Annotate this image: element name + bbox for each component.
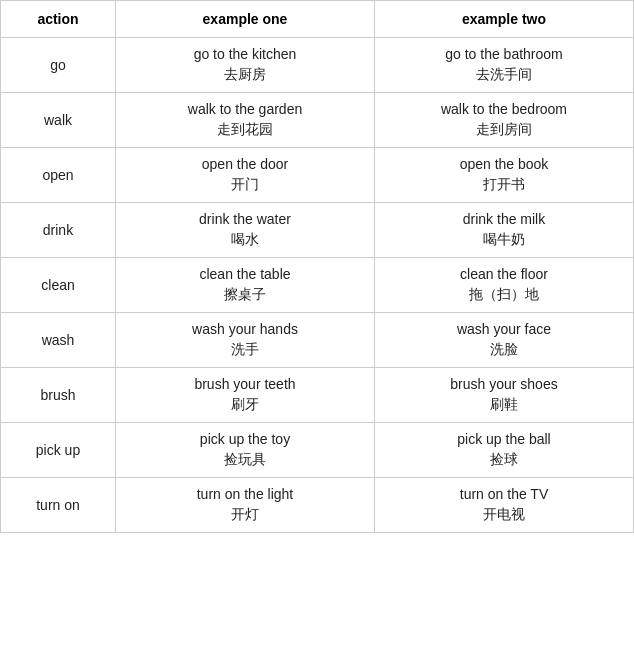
example-two-english: wash your face: [381, 321, 627, 337]
action-cell: turn on: [1, 478, 116, 533]
action-cell: drink: [1, 203, 116, 258]
header-example-one: example one: [116, 1, 375, 38]
example-one-chinese: 开灯: [122, 506, 368, 524]
example-two-chinese: 打开书: [381, 176, 627, 194]
table-row: turn onturn on the light开灯turn on the TV…: [1, 478, 634, 533]
example-one-english: turn on the light: [122, 486, 368, 502]
vocabulary-table: action example one example two gogo to t…: [0, 0, 634, 533]
example-one-english: pick up the toy: [122, 431, 368, 447]
example-two-cell: wash your face洗脸: [375, 313, 634, 368]
example-two-cell: open the book打开书: [375, 148, 634, 203]
example-one-english: go to the kitchen: [122, 46, 368, 62]
example-two-english: open the book: [381, 156, 627, 172]
example-one-chinese: 捡玩具: [122, 451, 368, 469]
example-one-chinese: 走到花园: [122, 121, 368, 139]
example-two-cell: pick up the ball捡球: [375, 423, 634, 478]
example-two-english: go to the bathroom: [381, 46, 627, 62]
example-one-chinese: 洗手: [122, 341, 368, 359]
example-one-chinese: 喝水: [122, 231, 368, 249]
table-row: openopen the door开门open the book打开书: [1, 148, 634, 203]
example-two-english: clean the floor: [381, 266, 627, 282]
table-row: drinkdrink the water喝水drink the milk喝牛奶: [1, 203, 634, 258]
example-two-chinese: 拖（扫）地: [381, 286, 627, 304]
table-row: cleanclean the table擦桌子clean the floor拖（…: [1, 258, 634, 313]
example-one-cell: clean the table擦桌子: [116, 258, 375, 313]
example-one-english: wash your hands: [122, 321, 368, 337]
example-two-chinese: 开电视: [381, 506, 627, 524]
example-two-chinese: 洗脸: [381, 341, 627, 359]
example-two-cell: walk to the bedroom走到房间: [375, 93, 634, 148]
example-one-cell: walk to the garden走到花园: [116, 93, 375, 148]
action-cell: clean: [1, 258, 116, 313]
example-two-english: walk to the bedroom: [381, 101, 627, 117]
example-one-chinese: 刷牙: [122, 396, 368, 414]
table-row: brushbrush your teeth刷牙brush your shoes刷…: [1, 368, 634, 423]
example-one-english: brush your teeth: [122, 376, 368, 392]
action-cell: open: [1, 148, 116, 203]
example-two-english: turn on the TV: [381, 486, 627, 502]
example-two-cell: drink the milk喝牛奶: [375, 203, 634, 258]
example-one-cell: turn on the light开灯: [116, 478, 375, 533]
example-two-chinese: 刷鞋: [381, 396, 627, 414]
table-row: walkwalk to the garden走到花园walk to the be…: [1, 93, 634, 148]
action-cell: wash: [1, 313, 116, 368]
action-cell: pick up: [1, 423, 116, 478]
example-one-english: clean the table: [122, 266, 368, 282]
example-two-chinese: 走到房间: [381, 121, 627, 139]
example-two-cell: go to the bathroom去洗手间: [375, 38, 634, 93]
action-cell: go: [1, 38, 116, 93]
header-example-two: example two: [375, 1, 634, 38]
example-two-english: pick up the ball: [381, 431, 627, 447]
example-two-cell: brush your shoes刷鞋: [375, 368, 634, 423]
action-cell: brush: [1, 368, 116, 423]
example-one-cell: brush your teeth刷牙: [116, 368, 375, 423]
example-one-cell: wash your hands洗手: [116, 313, 375, 368]
table-row: pick uppick up the toy捡玩具pick up the bal…: [1, 423, 634, 478]
example-two-chinese: 喝牛奶: [381, 231, 627, 249]
example-one-cell: drink the water喝水: [116, 203, 375, 258]
example-two-english: drink the milk: [381, 211, 627, 227]
example-one-cell: go to the kitchen去厨房: [116, 38, 375, 93]
example-two-chinese: 捡球: [381, 451, 627, 469]
example-one-english: open the door: [122, 156, 368, 172]
example-one-chinese: 擦桌子: [122, 286, 368, 304]
example-two-cell: clean the floor拖（扫）地: [375, 258, 634, 313]
action-cell: walk: [1, 93, 116, 148]
example-one-english: drink the water: [122, 211, 368, 227]
example-one-chinese: 去厨房: [122, 66, 368, 84]
example-one-cell: open the door开门: [116, 148, 375, 203]
header-action: action: [1, 1, 116, 38]
table-row: washwash your hands洗手wash your face洗脸: [1, 313, 634, 368]
example-one-english: walk to the garden: [122, 101, 368, 117]
example-one-cell: pick up the toy捡玩具: [116, 423, 375, 478]
example-one-chinese: 开门: [122, 176, 368, 194]
table-row: gogo to the kitchen去厨房go to the bathroom…: [1, 38, 634, 93]
example-two-english: brush your shoes: [381, 376, 627, 392]
example-two-cell: turn on the TV开电视: [375, 478, 634, 533]
example-two-chinese: 去洗手间: [381, 66, 627, 84]
